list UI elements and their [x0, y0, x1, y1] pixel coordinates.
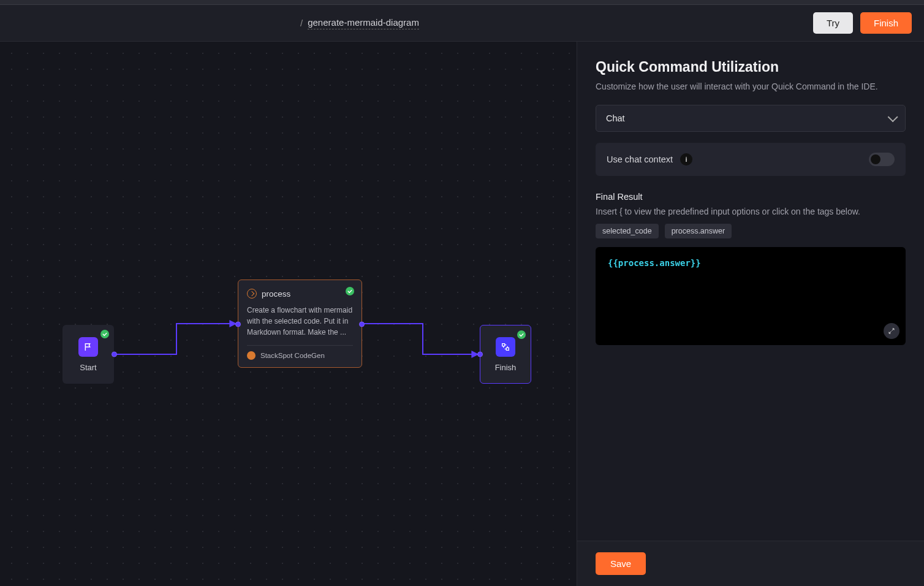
panel-footer: Save [577, 541, 924, 586]
process-icon [247, 289, 257, 299]
result-template-text: {{process.answer}} [608, 258, 701, 268]
use-chat-context-label: Use chat context [607, 154, 673, 164]
process-header: process [247, 289, 353, 299]
chevron-down-icon [888, 112, 898, 122]
codegen-label: StackSpot CodeGen [260, 352, 325, 359]
finish-button[interactable]: Finish [860, 12, 912, 34]
use-chat-context-toggle[interactable] [869, 153, 895, 166]
port-out[interactable] [359, 322, 365, 327]
final-result-label: Final Result [596, 192, 906, 202]
toggle-knob [871, 154, 880, 164]
info-icon[interactable]: i [680, 153, 692, 166]
breadcrumb-name[interactable]: generate-mermaid-diagram [308, 17, 419, 29]
panel-description: Customize how the user will interact wit… [596, 82, 906, 91]
final-result-hint: Insert { to view the predefined input op… [596, 207, 906, 216]
side-panel: Quick Command Utilization Customize how … [577, 42, 924, 586]
tag-process-answer[interactable]: process.answer [665, 224, 732, 238]
check-icon [517, 330, 526, 339]
check-icon [100, 330, 109, 338]
process-footer: StackSpot CodeGen [247, 345, 353, 360]
process-title: process [262, 289, 290, 299]
mode-select-value: Chat [606, 113, 625, 123]
port-in[interactable] [477, 352, 483, 357]
result-template-editor[interactable]: {{process.answer}} [596, 247, 906, 345]
finish-icon [496, 337, 515, 357]
port-in[interactable] [235, 322, 241, 327]
panel-body: Quick Command Utilization Customize how … [577, 42, 924, 541]
node-finish[interactable]: Finish [480, 325, 531, 384]
browser-chrome-hint [0, 0, 924, 5]
tag-selected-code[interactable]: selected_code [596, 224, 659, 238]
port-out[interactable] [112, 352, 117, 357]
try-button[interactable]: Try [813, 12, 853, 34]
app-root: / generate-mermaid-diagram Try Finish [0, 0, 924, 586]
use-chat-context-row: Use chat context i [596, 143, 906, 176]
stackspot-icon [247, 351, 256, 360]
expand-editor-button[interactable] [884, 323, 899, 339]
save-button[interactable]: Save [596, 552, 646, 575]
node-process[interactable]: process Create a flowchart with mermaid … [238, 280, 362, 368]
node-start[interactable]: Start [62, 325, 114, 384]
main-split: Start process Create a flowchart with me… [0, 42, 924, 586]
node-finish-label: Finish [495, 363, 517, 372]
flow-canvas[interactable]: Start process Create a flowchart with me… [0, 42, 577, 586]
check-icon [346, 287, 354, 295]
app-header: / generate-mermaid-diagram Try Finish [0, 5, 924, 42]
mode-select[interactable]: Chat [596, 105, 906, 132]
variable-tags: selected_code process.answer [596, 224, 906, 238]
node-start-label: Start [80, 363, 96, 372]
process-description: Create a flowchart with mermaid with the… [247, 305, 353, 338]
breadcrumb: / generate-mermaid-diagram [300, 17, 419, 29]
panel-title: Quick Command Utilization [596, 59, 906, 75]
breadcrumb-slash: / [300, 18, 303, 28]
flag-icon [78, 337, 98, 357]
header-actions: Try Finish [813, 12, 912, 34]
